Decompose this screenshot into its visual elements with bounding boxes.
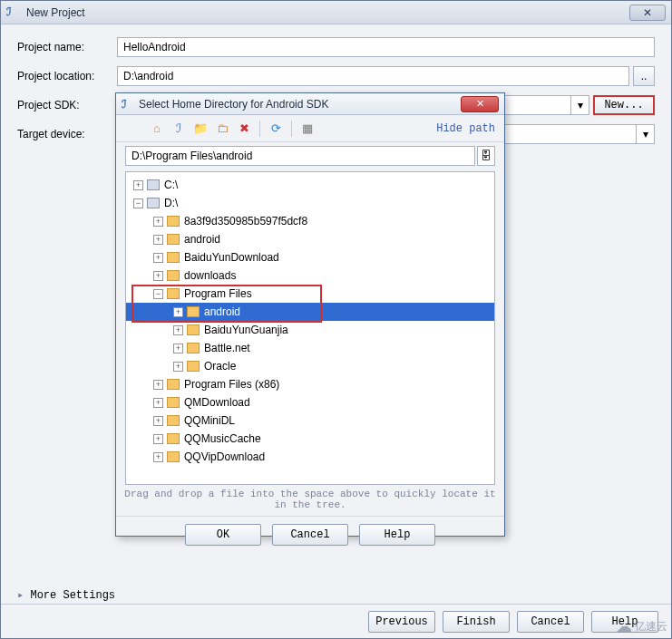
expander-icon[interactable]: + [153, 452, 163, 462]
folder-icon [167, 288, 180, 299]
more-settings-toggle[interactable]: More Settings [17, 588, 115, 602]
modal-button-bar: OK Cancel Help [116, 516, 504, 552]
ok-button[interactable]: OK [185, 524, 261, 546]
expander-icon[interactable]: + [153, 271, 163, 281]
folder-icon[interactable]: 🗀 [214, 121, 230, 137]
tree-node[interactable]: +QQMiniDL [126, 411, 494, 430]
cancel-button[interactable]: Cancel [517, 611, 584, 633]
tree-node-label: QQMiniDL [184, 414, 235, 427]
tree-node-label: QQMusicCache [184, 432, 261, 445]
tree-node-label: android [184, 233, 220, 246]
finish-button[interactable]: Finish [443, 611, 510, 633]
tree-node[interactable]: +BaiduYunDownload [126, 248, 494, 266]
new-sdk-button[interactable]: New... [593, 95, 655, 115]
expander-icon[interactable]: + [153, 380, 163, 390]
tree-node[interactable]: +android [126, 303, 494, 321]
expander-icon[interactable]: + [173, 362, 183, 372]
delete-icon[interactable]: ✖ [236, 121, 252, 137]
expander-icon[interactable]: − [133, 198, 143, 208]
bottom-button-bar: Previous Finish Cancel Help [1, 604, 671, 638]
directory-tree[interactable]: +C:\−D:\+8a3f9d350985b597f5dcf8+android+… [125, 171, 495, 485]
close-window-button[interactable]: ✕ [629, 5, 666, 21]
tree-node[interactable]: +downloads [126, 266, 494, 285]
drag-drop-hint: Drag and drop a file into the space abov… [116, 485, 504, 516]
new-folder-icon[interactable]: 📁 [192, 121, 209, 137]
show-hidden-icon[interactable]: ▦ [299, 121, 316, 137]
cancel-button[interactable]: Cancel [272, 524, 348, 546]
tree-node-label: BaiduYunGuanjia [204, 324, 288, 336]
tree-node[interactable]: +Battle.net [126, 339, 494, 357]
folder-icon [187, 343, 200, 353]
folder-icon [167, 433, 180, 444]
project-sdk-label: Project SDK: [17, 99, 117, 112]
project-name-label: Project name: [17, 41, 117, 54]
help-button[interactable]: Help [359, 524, 435, 546]
expander-icon[interactable]: − [153, 289, 163, 299]
tree-node[interactable]: +android [126, 230, 494, 248]
window-controls: ✕ [629, 5, 666, 21]
previous-button[interactable]: Previous [368, 611, 435, 633]
folder-icon [167, 451, 180, 462]
tree-node[interactable]: +Program Files (x86) [126, 375, 494, 393]
project-location-input[interactable] [117, 66, 629, 86]
expander-icon[interactable]: + [173, 325, 183, 335]
browse-location-button[interactable]: .. [633, 66, 655, 86]
expander-icon[interactable]: + [133, 180, 143, 190]
close-dialog-button[interactable]: ✕ [461, 96, 499, 112]
separator [291, 121, 292, 137]
app-icon: ℐ [6, 5, 21, 20]
tree-node-label: Program Files (x86) [184, 378, 279, 391]
refresh-icon[interactable]: ⟳ [268, 121, 284, 137]
folder-icon [167, 415, 180, 426]
modal-title: Select Home Directory for Android SDK [139, 98, 461, 111]
project-name-input[interactable] [117, 37, 655, 57]
tree-node-label: Program Files [184, 287, 252, 300]
cloud-icon: ☁ [616, 616, 632, 636]
tree-node[interactable]: +QQVipDownload [126, 448, 494, 466]
expander-icon[interactable]: + [153, 217, 163, 227]
separator [259, 121, 260, 137]
modal-title-bar: ℐ Select Home Directory for Android SDK … [116, 93, 504, 115]
chevron-down-icon: ▾ [570, 96, 589, 114]
expander-icon[interactable]: + [153, 434, 163, 444]
tree-node-label: QQVipDownload [184, 450, 265, 463]
folder-icon [167, 379, 180, 390]
tree-node[interactable]: +8a3f9d350985b597f5dcf8 [126, 212, 494, 230]
folder-icon [167, 397, 180, 408]
tree-node[interactable]: +QQMusicCache [126, 430, 494, 448]
hide-path-link[interactable]: Hide path [436, 122, 495, 135]
target-device-label: Target device: [17, 128, 117, 141]
title-bar: ℐ New Project ✕ [1, 1, 671, 24]
folder-icon [167, 270, 180, 281]
tree-node-label: Oracle [204, 360, 236, 373]
project-icon[interactable]: ℐ [170, 121, 187, 137]
tree-node-label: BaiduYunDownload [184, 251, 279, 264]
tree-node-label: Battle.net [204, 342, 250, 354]
tree-node[interactable]: +QMDownload [126, 393, 494, 411]
folder-icon [187, 361, 200, 372]
tree-node-label: android [204, 305, 240, 318]
expander-icon[interactable]: + [153, 253, 163, 263]
folder-icon [167, 234, 180, 245]
path-input[interactable] [125, 146, 475, 166]
window-title: New Project [26, 6, 629, 19]
expander-icon[interactable]: + [153, 398, 163, 408]
tree-node[interactable]: +BaiduYunGuanjia [126, 321, 494, 339]
path-row: 🗄 [116, 142, 504, 169]
folder-icon [187, 306, 200, 317]
tree-node[interactable]: −D:\ [126, 194, 494, 212]
chevron-down-icon: ▾ [636, 125, 654, 143]
tree-node[interactable]: −Program Files [126, 285, 494, 303]
expander-icon[interactable]: + [173, 344, 183, 353]
expander-icon[interactable]: + [153, 416, 163, 426]
tree-node[interactable]: +Oracle [126, 357, 494, 375]
folder-icon [167, 252, 180, 263]
tree-node-label: downloads [184, 269, 236, 282]
history-button[interactable]: 🗄 [477, 146, 495, 166]
tree-node-label: QMDownload [184, 396, 250, 409]
tree-node[interactable]: +C:\ [126, 176, 494, 194]
expander-icon[interactable]: + [153, 235, 163, 245]
home-icon[interactable]: ⌂ [149, 121, 165, 137]
disk-icon [147, 179, 160, 190]
expander-icon[interactable]: + [173, 307, 183, 317]
